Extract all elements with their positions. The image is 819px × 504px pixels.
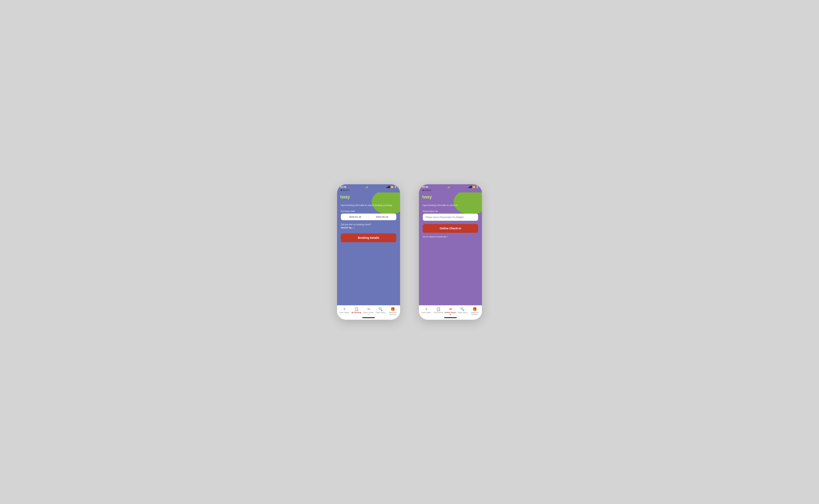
tab-label-book-flights-2: Book Flights: [421, 312, 431, 314]
online-checkin-icon-2: ✉: [449, 307, 452, 311]
battery-icon-2: 🔋: [476, 186, 479, 188]
page-subtitle-1: Input booking informatio to search booki…: [341, 204, 396, 207]
tab-book-flights-1[interactable]: ✈ Book Flights: [338, 307, 350, 314]
chevron-icon-1: ›: [354, 226, 355, 229]
back-button-1[interactable]: ◀ Search: [340, 189, 349, 192]
tab-label-additional-2: Additional Services: [469, 312, 481, 316]
status-icons-2: 📶 🔋: [468, 186, 479, 188]
tab-flight-status-2[interactable]: 🔍 Flight Status: [456, 307, 468, 314]
nav-bar-2[interactable]: ◀ Search: [419, 189, 482, 192]
status-bar-2: 20:36 🌙 📶 🔋: [419, 184, 482, 189]
date-from[interactable]: 2022-01-18: [343, 215, 367, 218]
bar3-2: [470, 186, 471, 188]
tab-book-flights-2[interactable]: ✈ Book Flights: [420, 307, 432, 314]
chevron-icon-2: ›: [447, 235, 448, 238]
tab-label-my-booking-2: My Booking: [434, 312, 443, 314]
date-to[interactable]: 2022-04-18: [370, 215, 394, 218]
checkin-travel-list-link[interactable]: Go to check-in travel list ›: [423, 235, 478, 238]
tab-my-booking-1[interactable]: 📋 My Booking: [350, 307, 362, 314]
battery-icon-1: 🔋: [394, 186, 397, 188]
tab-label-my-booking-1: My Booking: [352, 312, 361, 314]
tab-online-checkin-1[interactable]: ✉ Online Check-in: [363, 307, 375, 316]
date-dash: -: [368, 215, 369, 218]
search-by-link[interactable]: Search by... ›: [341, 226, 396, 229]
tab-online-checkin-2[interactable]: ✉ Online Check-in: [444, 307, 456, 316]
phone-booking: 20:36 🌙 📶 🔋 ◀ Search tway 🔔 ☰: [337, 184, 400, 320]
app-logo-1: tway: [340, 194, 350, 199]
back-button-2[interactable]: ◀ Search: [422, 189, 431, 192]
field-label-2: Reservation No: [423, 210, 478, 212]
tab-my-booking-2[interactable]: 📋 My Booking: [432, 307, 444, 314]
field-label-1: Purchase date: [341, 210, 396, 212]
date-range-picker[interactable]: 2022-01-18 - 2022-04-18: [341, 214, 396, 220]
book-flights-icon-1: ✈: [343, 307, 346, 311]
tab-label-online-checkin-2: Online Check-in: [444, 312, 456, 316]
bar1-2: [468, 187, 469, 188]
home-bar-1: [362, 317, 375, 318]
tab-bar-1: ✈ Book Flights 📋 My Booking ✉ Online Che…: [337, 305, 400, 316]
time-2: 20:36: [422, 186, 428, 188]
tab-bar-2: ✈ Book Flights 📋 My Booking ✉ Online Che…: [419, 305, 482, 316]
main-area-2: tway 🔔 ☰ Input booking informatio to che…: [419, 192, 482, 305]
tab-label-flight-status-1: Flight Status: [376, 312, 386, 314]
page-subtitle-2: Input booking informatio to check-in.: [423, 204, 478, 207]
app-logo-2: tway: [422, 194, 432, 199]
no-result-text: Did you find no booking result?: [341, 223, 396, 226]
tab-additional-2[interactable]: 🎁 Additional Services: [469, 307, 481, 316]
bar4: [389, 186, 390, 188]
status-icons-1: 📶 🔋: [387, 186, 397, 188]
tab-additional-1[interactable]: 🎁 Additional Services: [387, 307, 399, 316]
flight-status-icon-1: 🔍: [378, 307, 383, 311]
logo-way-1: way: [342, 194, 350, 199]
bar1: [387, 187, 387, 188]
my-booking-icon-2: 📋: [436, 307, 441, 311]
status-bar-1: 20:36 🌙 📶 🔋: [337, 184, 400, 189]
additional-icon-2: 🎁: [473, 307, 477, 311]
phone-checkin: 20:36 🌙 📶 🔋 ◀ Search tway 🔔 ☰: [419, 184, 482, 320]
book-flights-icon-2: ✈: [425, 307, 428, 311]
main-area-1: tway 🔔 ☰ Input booking informatio to sea…: [337, 192, 400, 305]
additional-icon-1: 🎁: [391, 307, 395, 311]
nav-bar-1[interactable]: ◀ Search: [337, 189, 400, 192]
tab-label-online-checkin-1: Online Check-in: [363, 312, 375, 316]
tab-label-additional-1: Additional Services: [387, 312, 399, 316]
online-checkin-icon-1: ✉: [367, 307, 370, 311]
logo-way-2: way: [424, 194, 432, 199]
tab-label-book-flights-1: Book Flights: [340, 312, 349, 314]
bar2-2: [469, 186, 470, 188]
time-1: 20:36: [340, 186, 346, 188]
wifi-icon-1: 📶: [391, 186, 393, 188]
wifi-icon-2: 📶: [473, 186, 475, 188]
signal-1: [387, 186, 390, 188]
booking-details-button[interactable]: Booking Details: [341, 233, 396, 242]
tab-flight-status-1[interactable]: 🔍 Flight Status: [375, 307, 387, 314]
reservation-input[interactable]: [423, 214, 478, 221]
signal-2: [468, 186, 472, 188]
online-checkin-button[interactable]: Online Check-in: [423, 224, 478, 233]
bar2: [387, 186, 388, 188]
main-content-2: Input booking informatio to check-in. Re…: [419, 201, 482, 305]
tab-label-flight-status-2: Flight Status: [458, 312, 467, 314]
moon-icon-2: 🌙: [447, 186, 450, 188]
bar4-2: [471, 186, 472, 188]
main-content-1: Input booking informatio to search booki…: [337, 201, 400, 305]
home-indicator-1: [337, 316, 400, 320]
moon-icon-1: 🌙: [365, 186, 368, 188]
home-bar-2: [444, 317, 457, 318]
home-indicator-2: [419, 316, 482, 320]
my-booking-icon-1: 📋: [354, 307, 359, 311]
flight-status-icon-2: 🔍: [460, 307, 465, 311]
bar3: [388, 186, 389, 188]
